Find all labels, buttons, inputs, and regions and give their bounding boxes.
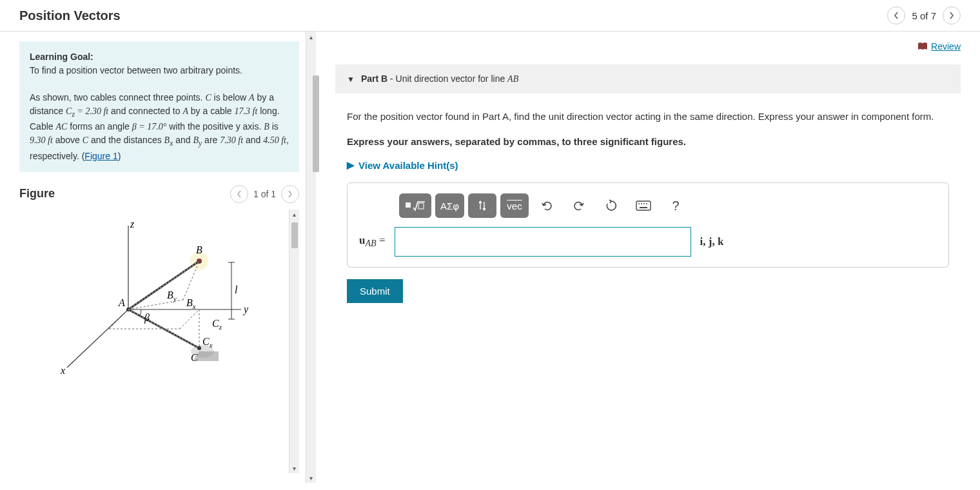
svg-text:B: B (196, 244, 202, 255)
part-header[interactable]: ▼ Part B - Unit direction vector for lin… (335, 64, 961, 93)
vector-button[interactable]: vec (500, 193, 529, 218)
svg-line-22 (180, 309, 199, 329)
submit-button[interactable]: Submit (347, 279, 403, 303)
left-panel: Learning Goal: To find a position vector… (0, 32, 316, 483)
svg-text:x: x (60, 365, 65, 376)
next-button[interactable] (943, 6, 961, 24)
figure-scrollbar[interactable]: ▴ ▾ (289, 210, 299, 473)
updown-arrow-icon (477, 199, 487, 212)
greek-button[interactable]: ΑΣφ (435, 193, 464, 218)
scroll-down-icon[interactable]: ▾ (306, 473, 317, 483)
figure-heading: Figure (19, 187, 55, 201)
chevron-right-icon (948, 11, 955, 20)
equation-toolbar: ΑΣφ vec (399, 193, 937, 218)
subscript-button[interactable] (468, 193, 496, 218)
keyboard-button[interactable] (629, 193, 658, 218)
book-icon (917, 42, 928, 51)
chevron-left-icon (236, 190, 242, 199)
page-title: Position Vectors (19, 8, 121, 23)
answer-box: ΑΣφ vec (347, 182, 949, 268)
templates-button[interactable] (399, 193, 431, 218)
svg-rect-33 (406, 202, 411, 208)
keyboard-icon (636, 201, 651, 211)
svg-point-38 (643, 203, 645, 204)
chevron-left-icon (893, 11, 899, 20)
instructions: For the position vector found in Part A,… (347, 110, 949, 124)
units-label: i, j, k (700, 235, 724, 248)
figure-header: Figure 1 of 1 (19, 185, 299, 203)
svg-text:By: By (167, 289, 177, 302)
svg-rect-35 (636, 201, 651, 210)
svg-point-37 (641, 203, 642, 204)
left-scrollbar[interactable]: ▴ ▾ (306, 32, 316, 483)
fraction-sqrt-icon (404, 199, 426, 213)
redo-button[interactable] (565, 193, 593, 218)
svg-point-36 (638, 203, 640, 204)
svg-text:Bx: Bx (186, 297, 196, 310)
undo-button[interactable] (533, 193, 561, 218)
diagram-svg: z y x A B (54, 216, 254, 384)
answer-row: uAB = i, j, k (359, 227, 937, 257)
page-indicator: 5 of 7 (912, 10, 936, 21)
svg-rect-40 (640, 207, 647, 208)
part-title: Part B - Unit direction vector for line … (361, 74, 518, 84)
figure-image: z y x A B (19, 210, 289, 390)
triangle-right-icon: ▶ (347, 159, 355, 171)
undo-icon (540, 200, 553, 211)
figure-link[interactable]: Figure 1 (84, 151, 117, 161)
svg-rect-34 (418, 203, 424, 209)
collapse-icon: ▼ (347, 75, 355, 84)
svg-text:A: A (118, 297, 125, 308)
goal-heading: Learning Goal: (30, 52, 93, 62)
learning-goal-box: Learning Goal: To find a position vector… (19, 41, 299, 172)
review-link[interactable]: Review (917, 41, 961, 52)
part-body: For the position vector found in Part A,… (335, 110, 961, 303)
scroll-down-icon[interactable]: ▾ (289, 463, 300, 473)
figure-nav: 1 of 1 (230, 185, 299, 203)
page-header: Position Vectors 5 of 7 (0, 0, 980, 32)
reset-button[interactable] (597, 193, 625, 218)
scroll-thumb[interactable] (291, 222, 298, 248)
header-nav: 5 of 7 (887, 6, 961, 24)
redo-icon (573, 200, 585, 211)
goal-body: As shown, two cables connect three point… (30, 92, 289, 161)
figure-next-button[interactable] (281, 185, 299, 203)
svg-point-39 (646, 203, 647, 204)
help-button[interactable]: ? (662, 193, 690, 218)
prev-button[interactable] (887, 6, 905, 24)
express-note: Express your answers, separated by comma… (347, 135, 949, 150)
svg-text:β: β (144, 312, 150, 324)
svg-text:y: y (242, 304, 249, 315)
goal-intro: To find a position vector between two ar… (30, 65, 242, 75)
svg-text:l: l (235, 284, 238, 295)
svg-line-2 (67, 309, 128, 368)
scroll-thumb[interactable] (313, 75, 319, 172)
reset-icon (605, 199, 618, 212)
hints-toggle[interactable]: ▶ View Available Hint(s) (347, 159, 949, 171)
svg-text:z: z (130, 219, 135, 230)
figure-page: 1 of 1 (253, 189, 276, 199)
chevron-right-icon (287, 190, 293, 199)
answer-input[interactable] (395, 227, 691, 257)
figure-prev-button[interactable] (230, 185, 248, 203)
right-panel: Review ▼ Part B - Unit direction vector … (316, 32, 980, 483)
main-content: Learning Goal: To find a position vector… (0, 32, 980, 483)
answer-variable: uAB = (359, 234, 386, 249)
scroll-up-icon[interactable]: ▴ (306, 32, 317, 42)
svg-text:Cz: Cz (212, 318, 222, 331)
scroll-up-icon[interactable]: ▴ (289, 210, 300, 220)
